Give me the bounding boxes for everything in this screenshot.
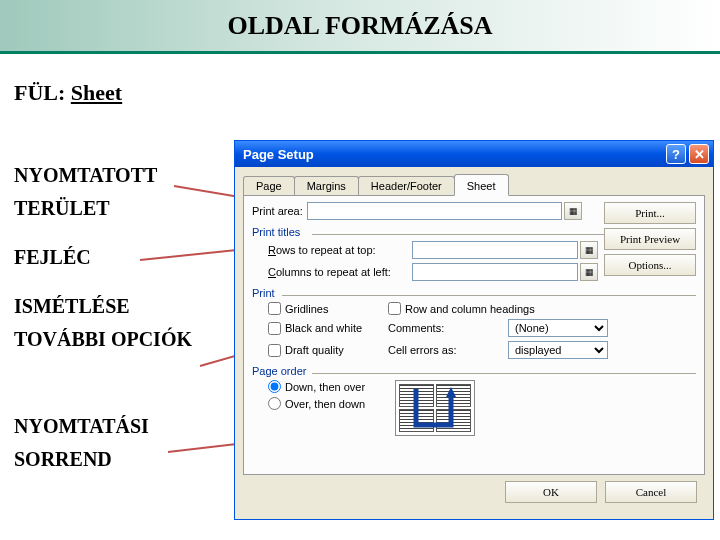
- sheet-panel: Print... Print Preview Options... Print …: [243, 195, 705, 475]
- label-nyomtatasi: NYOMTATÁSI: [14, 415, 224, 438]
- close-button[interactable]: ✕: [689, 144, 709, 164]
- cancel-button[interactable]: Cancel: [605, 481, 697, 503]
- label-fejlec: FEJLÉC: [14, 246, 224, 269]
- rows-repeat-label: Rows to repeat at top:: [268, 244, 408, 256]
- rows-ref-icon[interactable]: ▦: [580, 241, 598, 259]
- black-white-checkbox[interactable]: Black and white: [268, 322, 388, 335]
- print-button[interactable]: Print...: [604, 202, 696, 224]
- print-preview-button[interactable]: Print Preview: [604, 228, 696, 250]
- tab-strip: Page Margins Header/Footer Sheet: [243, 173, 705, 195]
- rowcol-headings-checkbox[interactable]: Row and column headings: [388, 302, 696, 315]
- page-order-arrow-icon: [396, 381, 476, 437]
- tab-page[interactable]: Page: [243, 176, 295, 195]
- draft-quality-checkbox[interactable]: Draft quality: [268, 344, 388, 357]
- print-area-input[interactable]: [307, 202, 562, 220]
- print-group: Print: [252, 287, 696, 299]
- dialog-title-text: Page Setup: [243, 147, 314, 162]
- label-tovabb: TOVÁBBI OPCIÓK: [14, 328, 224, 351]
- comments-label: Comments:: [388, 322, 508, 334]
- cell-errors-label: Cell errors as:: [388, 344, 508, 356]
- page-order-group: Page order: [252, 365, 696, 377]
- svg-marker-4: [446, 387, 456, 397]
- gridlines-checkbox[interactable]: Gridlines: [268, 302, 388, 315]
- ful-label: FÜL: Sheet: [14, 80, 224, 106]
- cell-errors-select[interactable]: displayed: [508, 341, 608, 359]
- down-then-over-radio[interactable]: Down, then over: [268, 380, 365, 393]
- label-ismetlese: ISMÉTLÉSE: [14, 295, 224, 318]
- cols-ref-icon[interactable]: ▦: [580, 263, 598, 281]
- over-then-down-radio[interactable]: Over, then down: [268, 397, 365, 410]
- cols-repeat-label: Columns to repeat at left:: [268, 266, 408, 278]
- page-order-preview: [395, 380, 475, 436]
- options-button[interactable]: Options...: [604, 254, 696, 276]
- print-area-ref-icon[interactable]: ▦: [564, 202, 582, 220]
- cols-repeat-input[interactable]: [412, 263, 578, 281]
- help-button[interactable]: ?: [666, 144, 686, 164]
- ok-button[interactable]: OK: [505, 481, 597, 503]
- dialog-titlebar[interactable]: Page Setup ? ✕: [235, 141, 713, 167]
- label-sorrend: SORREND: [14, 448, 224, 471]
- label-terulet: TERÜLET: [14, 197, 224, 220]
- rows-repeat-input[interactable]: [412, 241, 578, 259]
- tab-margins[interactable]: Margins: [294, 176, 359, 195]
- annotations: FÜL: Sheet NYOMTATOTT TERÜLET FEJLÉC ISM…: [14, 80, 224, 471]
- print-area-label: Print area:: [252, 205, 303, 217]
- tab-headerfooter[interactable]: Header/Footer: [358, 176, 455, 195]
- slide-title-bar: OLDAL FORMÁZÁSA: [0, 0, 720, 54]
- slide-title: OLDAL FORMÁZÁSA: [227, 11, 492, 41]
- tab-sheet[interactable]: Sheet: [454, 174, 509, 196]
- comments-select[interactable]: (None): [508, 319, 608, 337]
- page-setup-dialog: Page Setup ? ✕ Page Margins Header/Foote…: [234, 140, 714, 520]
- label-nyomtatott: NYOMTATOTT: [14, 164, 224, 187]
